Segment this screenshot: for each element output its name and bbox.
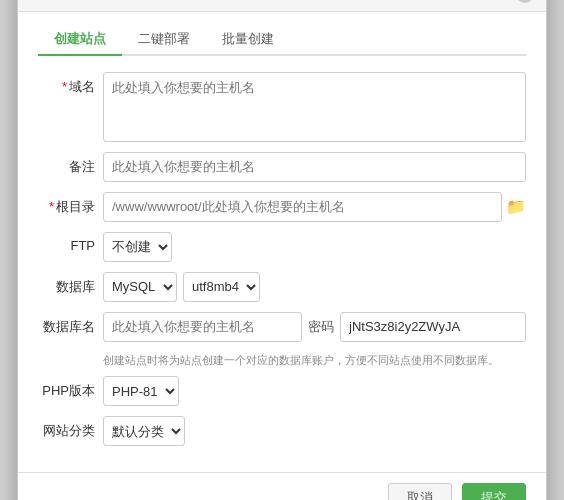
ftp-label: FTP: [38, 232, 103, 253]
db-name-row: 数据库名 密码: [38, 312, 526, 342]
root-dir-row: *根目录 📁: [38, 192, 526, 222]
folder-icon[interactable]: 📁: [506, 197, 526, 216]
site-type-label: 网站分类: [38, 416, 103, 440]
root-dir-label: *根目录: [38, 192, 103, 216]
remark-row: 备注: [38, 152, 526, 182]
close-button[interactable]: ×: [516, 0, 534, 3]
domain-label: *域名: [38, 72, 103, 96]
cancel-button[interactable]: 取消: [388, 483, 452, 500]
tab-create-site[interactable]: 创建站点: [38, 24, 122, 56]
tab-batch-create[interactable]: 批量创建: [206, 24, 290, 56]
root-dir-input-group: 📁: [103, 192, 526, 222]
domain-input[interactable]: [103, 72, 526, 142]
site-type-row: 网站分类 默认分类: [38, 416, 526, 446]
database-row: 数据库 MySQL SQLite utf8mb4 utf8: [38, 272, 526, 302]
dialog: 添加站点-支持批里建站 × 创建站点 二键部署 批量创建 *域名 备注 *根目录: [17, 0, 547, 500]
db-name-controls: 密码: [103, 312, 526, 342]
tab-bar: 创建站点 二键部署 批量创建: [38, 24, 526, 56]
remark-input[interactable]: [103, 152, 526, 182]
database-label: 数据库: [38, 272, 103, 296]
php-select[interactable]: PHP-81 PHP-80 PHP-74 PHP-72: [103, 376, 179, 406]
remark-label: 备注: [38, 152, 103, 176]
ftp-row: FTP 不创建 创建: [38, 232, 526, 262]
submit-button[interactable]: 提交: [462, 483, 526, 500]
db-type-select[interactable]: MySQL SQLite: [103, 272, 177, 302]
db-password-label: 密码: [308, 318, 334, 336]
db-name-label: 数据库名: [38, 312, 103, 336]
domain-row: *域名: [38, 72, 526, 142]
php-label: PHP版本: [38, 376, 103, 400]
db-hint-text: 创建站点时将为站点创建一个对应的数据库账户，方便不同站点使用不同数据库。: [103, 352, 499, 369]
db-hint-row: 创建站点时将为站点创建一个对应的数据库账户，方便不同站点使用不同数据库。: [38, 352, 526, 369]
dialog-title: 添加站点-支持批里建站: [30, 0, 164, 3]
dialog-footer: 取消 提交: [18, 472, 546, 500]
site-type-select[interactable]: 默认分类: [103, 416, 185, 446]
php-row: PHP版本 PHP-81 PHP-80 PHP-74 PHP-72: [38, 376, 526, 406]
db-name-input[interactable]: [103, 312, 302, 342]
required-star-root: *: [49, 199, 54, 214]
db-charset-select[interactable]: utf8mb4 utf8: [183, 272, 260, 302]
ftp-select[interactable]: 不创建 创建: [103, 232, 172, 262]
db-password-input[interactable]: [340, 312, 526, 342]
tab-key-steps[interactable]: 二键部署: [122, 24, 206, 56]
dialog-body: 创建站点 二键部署 批量创建 *域名 备注 *根目录 📁: [18, 12, 546, 473]
required-star: *: [62, 79, 67, 94]
root-dir-input[interactable]: [103, 192, 502, 222]
database-controls: MySQL SQLite utf8mb4 utf8: [103, 272, 526, 302]
dialog-header: 添加站点-支持批里建站 ×: [18, 0, 546, 12]
